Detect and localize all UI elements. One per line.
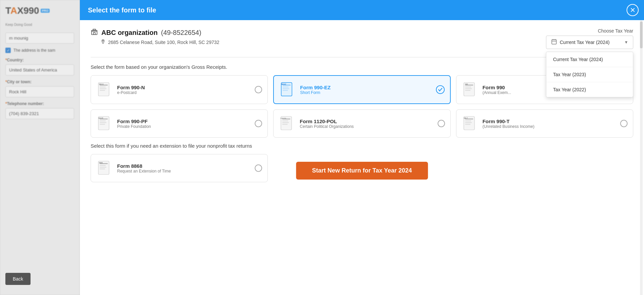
svg-rect-1 [93,33,95,35]
logo-area: TAX990 PRO [5,5,74,16]
form-1120pol-name: Form 1120-POL [300,118,354,124]
slogan: Keep Doing Good [5,23,74,27]
form-card-8868[interactable]: 8868 Form 8868 Request an Extension of T… [91,154,268,182]
dropdown-item-2024[interactable]: Current Tax Year (2024) [546,52,633,67]
svg-rect-26 [100,124,105,125]
svg-rect-14 [283,90,288,91]
form-990ez-checkmark [436,85,445,94]
form-990pf-radio[interactable] [255,120,262,127]
org-address: 2685 Celanese Road, Suite 100, Rock Hill… [108,40,219,45]
form-8868-text: Form 8868 Request an Extension of Time [117,163,171,174]
form-990n-icon: 990-N [96,81,113,98]
svg-text:8868: 8868 [99,162,103,164]
org-location-icon [101,39,105,45]
logo-text: TAX990 [5,5,39,16]
org-ein: (49-8522654) [161,29,201,37]
modal-body: ABC organization (49-8522654) 2685 Celan… [80,20,644,190]
modal-close-button[interactable]: ✕ [627,4,639,16]
form-990pf-name: Form 990-PF [117,118,151,124]
dropdown-item-2023[interactable]: Tax Year (2023) [546,67,633,82]
svg-rect-18 [465,87,471,88]
form-990-desc: (Annual Exem... [483,90,511,95]
org-details: ABC organization (49-8522654) 2685 Celan… [91,28,219,45]
form-990t-radio[interactable] [620,120,628,127]
form-card-990pf[interactable]: 990-PF Form 990-PF Private Foundation [91,109,268,138]
form-8868-name: Form 8868 [117,163,171,169]
tax-year-select-button[interactable]: Current Tax Year (2024) ▼ [546,36,633,49]
form-1120pol-desc: Certain Political Organizations [300,124,354,129]
svg-rect-31 [282,122,289,123]
svg-text:1120-POL: 1120-POL [280,117,287,119]
chevron-down-icon: ▼ [624,40,628,45]
back-button[interactable]: Back [5,273,31,285]
form-card-990t[interactable]: 990-T Form 990-T (Unrelated Business Inc… [456,109,633,138]
section2-title: Select this form if you need an extensio… [91,143,633,149]
modal-header: Select the form to file ✕ [80,0,644,20]
modal-overlay: Select the form to file ✕ ABC organizati… [80,0,644,295]
org-building-icon [91,28,98,37]
svg-rect-13 [283,88,289,89]
form-card-990n[interactable]: 990-N Form 990-N e-Postcard [91,75,268,104]
modal-title: Select the form to file [88,6,156,14]
svg-rect-44 [100,168,105,169]
bg-country-label: *Country: [5,58,74,62]
svg-text:990-T: 990-T [464,117,468,119]
bg-checkbox-row: ✓ The address is the sam [5,48,74,53]
form-1120pol-icon: 1120-POL [279,115,296,132]
form-card-1120pol[interactable]: 1120-POL Form 1120-POL Certain Political… [273,109,450,138]
form-990t-text: Form 990-T (Unrelated Business Income) [483,118,535,129]
svg-rect-25 [100,122,106,123]
form-8868-radio[interactable] [255,164,262,172]
start-new-return-button[interactable]: Start New Return for Tax Year 2024 [296,162,428,180]
start-button-container: Start New Return for Tax Year 2024 [296,162,428,180]
org-info-row: ABC organization (49-8522654) 2685 Celan… [91,28,633,49]
form-990n-name: Form 990-N [117,85,145,90]
form-990t-name: Form 990-T [483,118,535,124]
form-1120pol-radio[interactable] [438,120,445,127]
form-990n-text: Form 990-N e-Postcard [117,85,145,95]
tax-year-selected-label: Current Tax Year (2024) [560,40,609,45]
svg-rect-43 [100,167,106,168]
bg-checkbox: ✓ [5,48,11,53]
form-8868-desc: Request an Extension of Time [117,169,171,174]
form-990t-desc: (Unrelated Business Income) [483,124,535,129]
form-8868-icon: 8868 [96,160,113,177]
svg-rect-37 [465,122,472,123]
form-990pf-icon: 990-PF [96,115,113,132]
form-990ez-desc: Short Form [300,90,331,95]
svg-text:990-N: 990-N [99,83,104,85]
svg-rect-8 [100,90,105,91]
bg-checkbox-label: The address is the sam [13,48,55,53]
form-990-text: Form 990 (Annual Exem... [483,85,511,95]
svg-rect-20 [465,90,470,91]
bg-city-label: *City or town: [5,80,74,84]
svg-point-2 [103,40,104,41]
bg-country-input: United States of America [5,64,74,76]
tax-year-label: Choose Tax Year [598,28,633,34]
form-990ez-name: Form 990-EZ [300,85,331,90]
svg-rect-7 [100,88,106,89]
svg-rect-6 [100,87,106,88]
form-990ez-text: Form 990-EZ Short Form [300,85,331,95]
org-address-row: 2685 Celanese Road, Suite 100, Rock Hill… [101,39,219,45]
svg-rect-30 [282,120,288,121]
svg-text:990-EZ: 990-EZ [281,84,286,85]
form-card-990ez[interactable]: 990-EZ Form 990-EZ Short Form [273,75,450,104]
svg-rect-19 [465,88,472,89]
form-990n-radio[interactable] [255,86,262,93]
dropdown-item-2022[interactable]: Tax Year (2022) [546,82,633,97]
svg-rect-36 [465,120,471,121]
form-990ez-icon: 990-EZ [279,81,296,98]
form-990-name: Form 990 [483,85,511,90]
svg-rect-42 [100,165,106,166]
svg-rect-3 [552,40,556,44]
background-panel: TAX990 PRO Keep Doing Good m mounig ✓ Th… [0,0,80,295]
form-990-icon: 990 [462,81,479,98]
org-name: ABC organization [101,29,158,37]
bg-city-input: Rock Hill [5,86,74,97]
org-name-row: ABC organization (49-8522654) [91,28,219,37]
svg-rect-24 [100,120,106,121]
form-990t-icon: 990-T [462,115,479,132]
pro-badge: PRO [41,9,50,13]
form-990pf-text: Form 990-PF Private Foundation [117,118,151,129]
